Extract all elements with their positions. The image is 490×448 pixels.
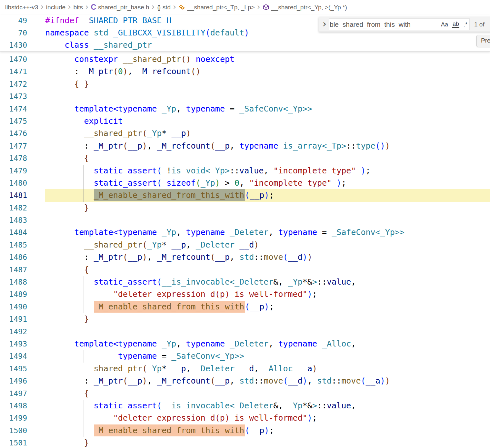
code-token (45, 351, 118, 361)
code-token: , (230, 252, 239, 262)
code-line[interactable]: 1473 (0, 90, 490, 102)
code-token: static_assert (94, 277, 157, 287)
code-line[interactable]: 1471 : _M_ptr(0), _M_refcount() (0, 65, 490, 78)
code-token: __a (366, 376, 380, 385)
code-line[interactable]: 1494 typename = _SafeConv<_Yp>> (0, 350, 490, 362)
code-token: #ifndef (45, 16, 79, 25)
code-token: template< (74, 339, 118, 348)
code-token: __p (250, 190, 264, 200)
code-token (89, 40, 94, 50)
code-text: template<typename _Yp, typename _Deleter… (45, 226, 490, 239)
code-token: ) (215, 178, 220, 188)
code-token: :: (317, 401, 327, 410)
code-line[interactable]: 1482 } (0, 202, 490, 214)
code-token: , (254, 364, 264, 373)
code-line[interactable]: 1498 static_assert(__is_invocable<_Delet… (0, 400, 490, 412)
code-token: = (157, 351, 171, 361)
code-token: value (327, 277, 351, 287)
code-token (317, 339, 322, 348)
code-line[interactable]: 1490 _M_enable_shared_from_this_with(__p… (0, 301, 490, 313)
chevron-right-icon: › (68, 3, 71, 11)
code-token (45, 426, 94, 435)
code-token: __p (250, 302, 264, 311)
code-token: std (239, 252, 254, 262)
breadcrumb-item[interactable]: __shared_ptr<_Tp, _Lp> (178, 4, 255, 11)
code-line[interactable]: 1495 __shared_ptr(_Yp* __p, _Deleter __d… (0, 363, 490, 375)
code-line[interactable]: 1491 } (0, 313, 490, 325)
match-case-icon[interactable]: Aa (441, 22, 448, 27)
code-token: _M_refcount (157, 252, 210, 262)
code-line[interactable]: 1477 : _M_ptr(__p), _M_refcount(__p, typ… (0, 140, 490, 152)
code-line[interactable]: 1480 static_assert( sizeof(_Yp) > 0, "in… (0, 177, 490, 189)
code-line[interactable]: 1430 class __shared_ptr (0, 39, 490, 51)
code-token: _Deleter (230, 228, 268, 237)
code-token: class (65, 40, 89, 50)
code-line[interactable]: 1501 } (0, 437, 490, 448)
code-editor[interactable]: 1470 constexpr __shared_ptr() noexcept14… (0, 53, 490, 448)
code-token (225, 339, 230, 348)
code-line[interactable]: 1489 "deleter expression d(p) is well-fo… (0, 288, 490, 300)
class-icon (178, 4, 185, 11)
whole-word-icon[interactable]: ab (452, 21, 459, 28)
code-line[interactable]: 1497 { (0, 387, 490, 400)
code-line[interactable]: 1484 template<typename _Yp, typename _De… (0, 226, 490, 239)
find-match: _M_enable_shared_from_this_with (94, 424, 245, 436)
code-token: < (230, 401, 235, 410)
search-input[interactable]: ble_shared_from_this_with Aa ab .* (329, 18, 470, 30)
code-line[interactable]: 1487 { (0, 264, 490, 276)
code-token (45, 389, 84, 398)
code-token: _M_refcount (137, 67, 191, 76)
line-number: 1478 (0, 152, 27, 164)
line-number: 1485 (0, 239, 27, 251)
breadcrumb-item[interactable]: {}std (157, 4, 171, 11)
code-line[interactable]: 1492 (0, 326, 490, 338)
code-token: * (162, 364, 171, 373)
code-line[interactable]: 1478 { (0, 152, 490, 164)
code-token: * (162, 129, 171, 138)
code-token (45, 190, 94, 200)
line-number: 1501 (0, 437, 27, 448)
code-token: typename (118, 351, 157, 361)
code-token: , (186, 240, 196, 249)
code-token: { (84, 389, 89, 398)
code-text: static_assert(__is_invocable<_Deleter&, … (45, 276, 490, 288)
code-line[interactable]: 1481 _M_enable_shared_from_this_with(__p… (0, 189, 490, 201)
code-token: __d (288, 252, 303, 262)
line-number: 1489 (0, 288, 27, 300)
breadcrumb-item[interactable]: Cshared_ptr_base.h (91, 3, 149, 12)
regex-icon[interactable]: .* (464, 22, 467, 27)
code-line[interactable]: 1476 __shared_ptr(_Yp* __p) (0, 127, 490, 140)
code-text: { (45, 387, 490, 400)
code-line[interactable]: 1496 : _M_ptr(__p), _M_refcount(__p, std… (0, 375, 490, 387)
chevron-right-icon: › (152, 3, 155, 11)
code-token: ; (269, 190, 274, 200)
code-line[interactable]: 1472 { } (0, 78, 490, 90)
code-line[interactable]: 1493 template<typename _Yp, typename _De… (0, 338, 490, 350)
indent-guide (84, 165, 84, 202)
code-line[interactable]: 1500 _M_enable_shared_from_this_with(__p… (0, 424, 490, 437)
code-token (45, 40, 65, 50)
breadcrumb-label: __shared_ptr<_Tp, _Lp> (187, 4, 255, 11)
line-number: 1483 (0, 214, 27, 226)
breadcrumb-item[interactable]: include (46, 4, 65, 11)
code-line[interactable]: 1485 __shared_ptr(_Yp* __p, _Deleter __d… (0, 239, 490, 251)
breadcrumb-item[interactable]: bits (73, 4, 83, 11)
code-token: _Yp (147, 240, 162, 249)
code-line[interactable]: 1488 static_assert(__is_invocable<_Delet… (0, 276, 490, 288)
toggle-replace-chevron-icon[interactable]: › (320, 20, 329, 28)
code-line[interactable]: 1470 constexpr __shared_ptr() noexcept (0, 53, 490, 65)
code-text: "deleter expression d(p) is well-formed"… (45, 412, 490, 424)
code-line[interactable]: 1474 template<typename _Yp, typename = _… (0, 103, 490, 115)
code-line[interactable]: 1486 : _M_ptr(__p), _M_refcount(__p, std… (0, 251, 490, 263)
line-number: 1474 (0, 103, 27, 115)
code-line[interactable]: 1499 "deleter expression d(p) is well-fo… (0, 412, 490, 424)
code-text: { } (45, 78, 490, 90)
line-number: 49 (0, 15, 27, 27)
code-token: __a (298, 364, 312, 373)
breadcrumb-item[interactable]: libstdc++-v3 (5, 4, 38, 11)
code-token: __d (239, 364, 254, 373)
code-line[interactable]: 1483 (0, 214, 490, 226)
code-line[interactable]: 1475 explicit (0, 115, 490, 127)
breadcrumb-item[interactable]: __shared_ptr<_Yp, >(_Yp *) (263, 4, 347, 11)
code-line[interactable]: 1479 static_assert( !is_void<_Yp>::value… (0, 165, 490, 177)
